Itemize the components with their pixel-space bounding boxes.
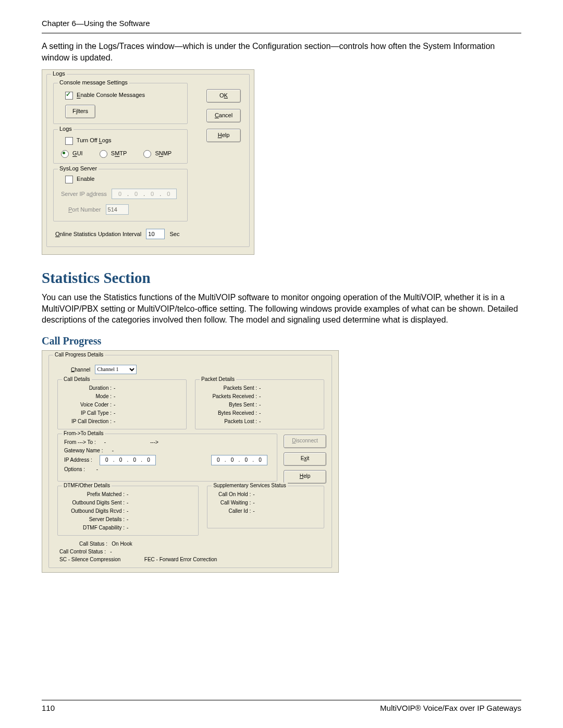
row-label: Call Waiting :: [212, 499, 251, 507]
fromto-label: From ---> To :: [62, 438, 101, 447]
call-details-legend: Call Details: [62, 376, 92, 382]
data-row: Caller Id :-: [212, 507, 321, 515]
data-row: Packets Received :-: [200, 392, 321, 401]
call-progress-dialog: Call Progress Details Channel Channel 1 …: [42, 350, 339, 573]
row-label: Packets Sent :: [200, 384, 257, 392]
row-value: -: [125, 490, 128, 499]
row-label: Voice Coder :: [62, 401, 112, 409]
data-row: Server Details :-: [62, 515, 195, 524]
radio-smtp[interactable]: [100, 150, 107, 158]
supp-legend: Supplementary Services Status: [212, 483, 288, 488]
syslog-ip-input[interactable]: 0. 0. 0. 0: [112, 189, 177, 199]
data-row: Outbound Digits Rcvd :-: [62, 507, 195, 515]
cp-help-button[interactable]: Help: [284, 470, 326, 484]
radio-snmp[interactable]: [143, 150, 151, 158]
radio-gui[interactable]: [61, 150, 69, 158]
cancel-button[interactable]: Cancel: [206, 109, 241, 122]
ip-label: IP Address :: [62, 456, 98, 464]
syslog-port-input[interactable]: [106, 204, 129, 215]
update-interval-unit: Sec: [169, 231, 179, 237]
channel-label: Channel: [71, 366, 90, 372]
row-label: Bytes Sent :: [200, 401, 257, 409]
ip-left-input[interactable]: 0. 0. 0. 0: [100, 455, 156, 465]
ok-button[interactable]: OK: [206, 89, 241, 103]
call-control-value: -: [110, 549, 112, 554]
row-value: -: [125, 507, 128, 515]
data-row: DTMF Capability :-: [62, 524, 195, 532]
data-row: Bytes Sent :-: [200, 401, 321, 409]
row-label: Prefix Matched :: [62, 490, 125, 499]
data-row: Call Waiting :-: [212, 499, 321, 507]
filters-button[interactable]: Filters: [65, 105, 95, 118]
supp-rows: Call On Hold :-Call Waiting :-Caller Id …: [212, 490, 321, 515]
data-row: Mode :-: [62, 392, 183, 401]
turn-off-logs-checkbox[interactable]: [65, 137, 73, 145]
row-label: Outbound Digits Rcvd :: [62, 507, 125, 515]
fromto-legend: From->To Details: [62, 430, 105, 436]
row-label: Packets Received :: [200, 392, 257, 401]
call-control-label: Call Control Status :: [59, 549, 106, 554]
statistics-paragraph: You can use the Statistics functions of …: [42, 292, 521, 326]
row-label: DTMF Capability :: [62, 524, 125, 532]
logs-sub-legend: Logs: [58, 126, 74, 132]
gateway-value: -: [110, 447, 114, 455]
row-value: -: [112, 384, 115, 392]
page-number: 110: [42, 704, 55, 712]
intro-paragraph: A setting in the Logs/Traces window—whic…: [42, 41, 521, 63]
row-label: Packets Lost :: [200, 417, 257, 426]
console-settings-legend: Console message Settings: [58, 79, 129, 85]
row-label: Call On Hold :: [212, 490, 251, 499]
turn-off-logs-label: Turn Off Logs: [77, 138, 112, 144]
help-button[interactable]: Help: [206, 129, 241, 142]
logs-dialog: Logs OK Cancel Help Console message Sett…: [42, 69, 254, 255]
row-value: -: [112, 401, 115, 409]
options-value: -: [94, 465, 98, 474]
packet-details-legend: Packet Details: [200, 376, 236, 382]
sc-note: SC - Silence Compression: [59, 557, 120, 562]
dtmf-legend: DTMF/Other Details: [62, 483, 112, 488]
row-value: -: [112, 409, 115, 417]
row-value: -: [251, 490, 254, 499]
row-value: -: [251, 499, 254, 507]
radio-snmp-label: SNMP: [155, 151, 172, 157]
exit-button[interactable]: Exit: [284, 452, 326, 466]
ip-right-input[interactable]: 0. 0. 0. 0: [211, 455, 267, 465]
data-row: Packets Lost :-: [200, 417, 321, 426]
data-row: Prefix Matched :-: [62, 490, 195, 499]
update-interval-label: Online Statistics Updation Interval: [55, 231, 143, 237]
row-label: Server Details :: [62, 515, 125, 524]
channel-select[interactable]: Channel 1: [95, 365, 137, 374]
syslog-enable-checkbox[interactable]: [65, 176, 73, 183]
footer-text: MultiVOIP® Voice/Fax over IP Gateways: [380, 704, 521, 712]
disconnect-button[interactable]: Disconnect: [284, 435, 326, 448]
row-value: -: [125, 515, 128, 524]
dtmf-rows: Prefix Matched :-Outbound Digits Sent :-…: [62, 490, 195, 532]
radio-gui-label: GUI: [72, 151, 83, 157]
row-label: Caller Id :: [212, 507, 251, 515]
radio-smtp-label: SMTP: [111, 151, 127, 157]
call-status-label: Call Status :: [79, 541, 107, 547]
logs-outer-legend: Logs: [51, 70, 67, 77]
row-value: -: [112, 392, 115, 401]
syslog-ip-label: Server IP address: [61, 191, 108, 197]
row-value: -: [257, 384, 261, 392]
data-row: IP Call Direction :-: [62, 417, 183, 426]
cp-outer-legend: Call Progress Details: [53, 352, 105, 357]
call-status-value: On Hook: [112, 541, 132, 547]
row-value: -: [257, 392, 261, 401]
enable-console-checkbox[interactable]: [65, 92, 73, 100]
update-interval-input[interactable]: [146, 229, 165, 239]
row-label: Mode :: [62, 392, 112, 401]
packet-details-rows: Packets Sent :-Packets Received :-Bytes …: [200, 384, 321, 426]
data-row: Outbound Digits Sent :-: [62, 499, 195, 507]
fec-note: FEC - Forward Error Correction: [144, 557, 217, 562]
enable-console-label: Enable Console Messages: [77, 92, 145, 98]
row-value: -: [125, 524, 128, 532]
row-label: Duration :: [62, 384, 112, 392]
row-label: Bytes Received :: [200, 409, 257, 417]
fromto-value: -: [102, 438, 106, 447]
data-row: Duration :-: [62, 384, 183, 392]
statistics-heading: Statistics Section: [42, 269, 521, 287]
options-label: Options :: [62, 465, 93, 474]
row-label: IP Call Type :: [62, 409, 112, 417]
